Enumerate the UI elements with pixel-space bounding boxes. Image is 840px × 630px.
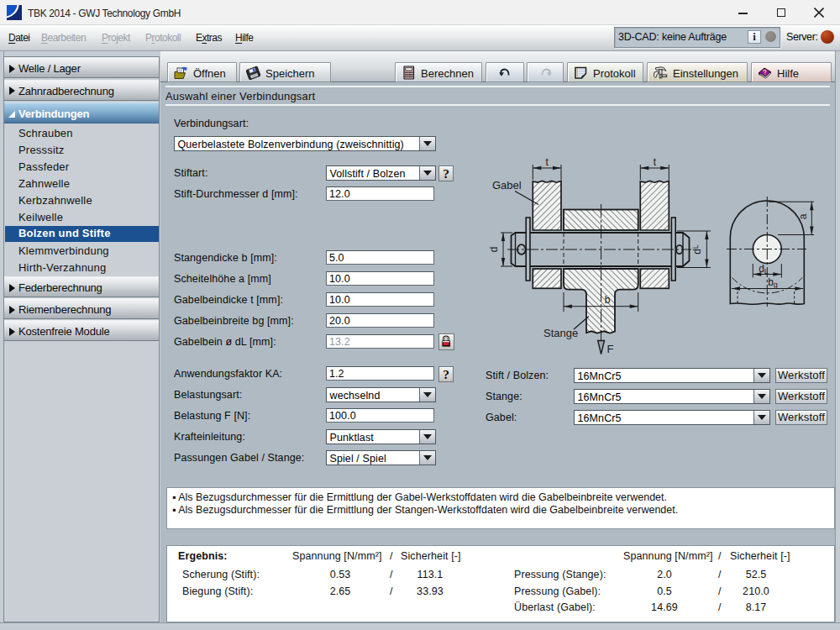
svg-text:Gabel: Gabel bbox=[492, 179, 522, 192]
svg-text:t: t bbox=[654, 156, 657, 168]
svg-text:b: b bbox=[605, 294, 611, 306]
svg-text:dL: dL bbox=[691, 244, 703, 255]
svg-text:a: a bbox=[797, 213, 809, 219]
svg-text:dL: dL bbox=[759, 263, 769, 276]
svg-text:F: F bbox=[607, 343, 614, 355]
svg-text:d: d bbox=[488, 247, 500, 253]
svg-text:Stange: Stange bbox=[543, 327, 578, 339]
svg-text:t: t bbox=[545, 156, 549, 168]
svg-text:bg: bg bbox=[768, 276, 778, 289]
